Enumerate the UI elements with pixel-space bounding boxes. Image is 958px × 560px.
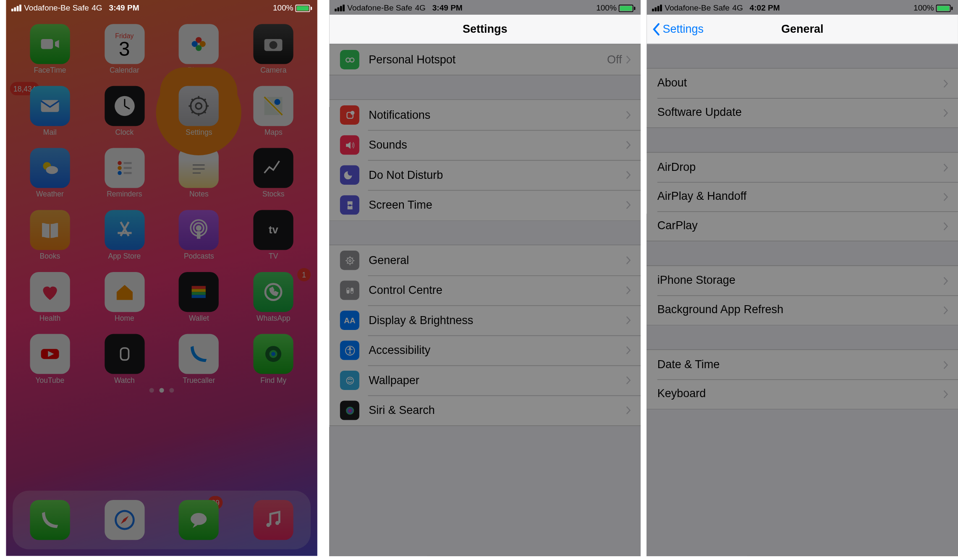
row-general[interactable]: General: [329, 245, 641, 275]
display-icon: AA: [340, 311, 359, 330]
time-label: 3:49 PM: [432, 3, 463, 13]
row-about[interactable]: About: [647, 69, 958, 98]
signal-icon: [652, 5, 662, 11]
row-display-brightness[interactable]: AA Display & Brightness: [329, 305, 641, 335]
time-label: 4:02 PM: [750, 3, 780, 13]
general-panel: Vodafone-Be Safe 4G 4:02 PM 100% Setting…: [647, 0, 958, 556]
chevron-right-icon: [626, 141, 631, 149]
row-label: Sounds: [369, 139, 626, 152]
dim-overlay: [6, 0, 317, 556]
row-iphone-storage[interactable]: iPhone Storage: [647, 266, 958, 296]
svg-point-38: [349, 259, 351, 262]
row-label: Background App Refresh: [657, 304, 943, 317]
row-label: iPhone Storage: [657, 274, 943, 288]
nav-title: General: [781, 22, 824, 36]
row-label: Siri & Search: [369, 404, 626, 417]
nav-bar: Settings General: [647, 15, 958, 44]
chevron-right-icon: [626, 406, 631, 415]
svg-point-33: [346, 58, 350, 62]
battery-percent: 100%: [273, 3, 293, 13]
row-label: Software Update: [657, 106, 943, 119]
svg-point-36: [351, 111, 353, 114]
back-label: Settings: [662, 22, 704, 36]
signal-icon: [335, 5, 345, 11]
status-bar: Vodafone-Be Safe 4G 4:02 PM 100%: [647, 0, 958, 15]
battery-icon: [619, 4, 636, 11]
svg-point-45: [346, 377, 353, 384]
notifications-icon: [340, 105, 359, 125]
row-label: Keyboard: [657, 387, 943, 401]
siri-icon: [340, 400, 359, 420]
signal-icon: [11, 5, 21, 11]
chevron-right-icon: [626, 171, 631, 180]
svg-point-46: [346, 406, 353, 414]
chevron-right-icon: [626, 111, 631, 120]
row-label: General: [369, 254, 626, 267]
svg-point-44: [349, 347, 351, 349]
back-button[interactable]: Settings: [652, 22, 704, 36]
row-accessibility[interactable]: Accessibility: [329, 335, 641, 365]
row-label: AirDrop: [657, 161, 943, 174]
wallpaper-icon: [340, 371, 359, 390]
dnd-icon: [340, 165, 359, 185]
chevron-right-icon: [626, 55, 631, 64]
network-label: 4G: [732, 3, 743, 13]
row-do-not-disturb[interactable]: Do Not Disturb: [329, 160, 641, 190]
row-label: CarPlay: [657, 219, 943, 233]
row-value: Off: [607, 53, 622, 66]
row-siri-search[interactable]: Siri & Search: [329, 395, 641, 425]
battery-percent: 100%: [596, 3, 617, 13]
battery-icon: [295, 4, 312, 11]
row-notifications[interactable]: Notifications: [329, 100, 641, 130]
battery-percent: 100%: [914, 3, 934, 13]
row-label: About: [657, 77, 943, 90]
network-label: 4G: [415, 3, 425, 13]
chevron-right-icon: [943, 108, 949, 117]
chevron-right-icon: [943, 222, 949, 230]
row-software-update[interactable]: Software Update: [647, 98, 958, 127]
chevron-right-icon: [626, 201, 631, 209]
row-label: AirPlay & Handoff: [657, 190, 943, 204]
row-control-centre[interactable]: Control Centre: [329, 275, 641, 305]
row-label: Control Centre: [369, 284, 626, 297]
row-wallpaper[interactable]: Wallpaper: [329, 365, 641, 395]
accessibility-icon: [340, 340, 359, 360]
battery-icon: [936, 4, 953, 11]
chevron-right-icon: [943, 163, 949, 172]
chevron-right-icon: [626, 316, 631, 325]
home-screen-panel: Vodafone-Be Safe 4G 3:49 PM 100% FaceTim…: [6, 0, 317, 556]
chevron-right-icon: [943, 306, 949, 314]
chevron-right-icon: [943, 276, 949, 285]
row-date-time[interactable]: Date & Time: [647, 350, 958, 379]
nav-bar: Settings: [329, 15, 641, 44]
row-label: Date & Time: [657, 358, 943, 372]
row-carplay[interactable]: CarPlay: [647, 211, 958, 241]
row-label: Do Not Disturb: [369, 168, 626, 182]
status-bar: Vodafone-Be Safe 4G 3:49 PM 100%: [6, 0, 317, 15]
chevron-right-icon: [943, 390, 949, 398]
row-label: Notifications: [369, 108, 626, 122]
svg-point-34: [350, 58, 354, 62]
row-airdrop[interactable]: AirDrop: [647, 153, 958, 182]
row-label: Accessibility: [369, 344, 626, 357]
row-airplay-handoff[interactable]: AirPlay & Handoff: [647, 182, 958, 212]
row-label: Wallpaper: [369, 374, 626, 387]
hotspot-icon: [340, 50, 359, 69]
row-personal-hotspot[interactable]: Personal Hotspot Off: [329, 44, 641, 74]
row-keyboard[interactable]: Keyboard: [647, 379, 958, 409]
control-icon: [340, 281, 359, 300]
row-screen-time[interactable]: Screen Time: [329, 190, 641, 220]
chevron-right-icon: [943, 360, 949, 369]
sounds-icon: [340, 135, 359, 154]
svg-point-42: [351, 291, 353, 293]
carrier-label: Vodafone-Be Safe: [24, 3, 89, 13]
carrier-label: Vodafone-Be Safe: [347, 3, 412, 13]
carrier-label: Vodafone-Be Safe: [665, 3, 730, 13]
row-sounds[interactable]: Sounds: [329, 130, 641, 160]
chevron-right-icon: [626, 286, 631, 295]
network-label: 4G: [92, 3, 102, 13]
row-background-app-refresh[interactable]: Background App Refresh: [647, 295, 958, 324]
general-icon: [340, 251, 359, 270]
row-label: Personal Hotspot: [369, 53, 607, 66]
chevron-right-icon: [943, 79, 949, 88]
